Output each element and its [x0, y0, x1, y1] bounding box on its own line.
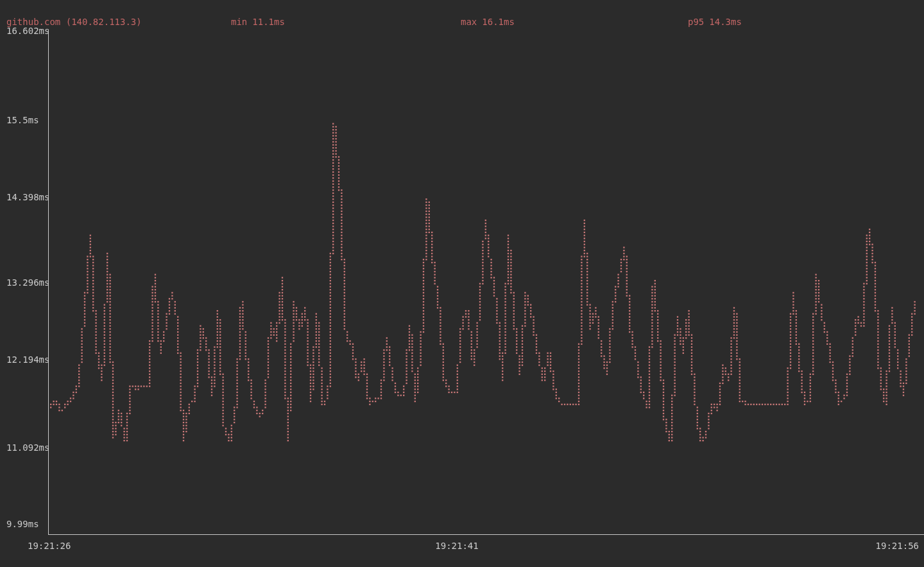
stat-min-value: 11.1ms [252, 17, 285, 27]
x-axis-line [48, 534, 924, 535]
y-tick-label: 12.194ms [6, 354, 49, 365]
y-tick-label: 16.602ms [6, 26, 49, 36]
y-tick-label: 14.398ms [6, 192, 49, 202]
stat-p95: p9514.3ms [688, 17, 742, 27]
x-tick-label: 19:21:56 [876, 541, 919, 551]
stat-max-label: max [461, 17, 477, 27]
stat-min-label: min [231, 17, 247, 27]
y-tick-label: 11.092ms [6, 442, 49, 453]
stat-p95-value: 14.3ms [709, 17, 742, 27]
stat-p95-label: p95 [688, 17, 704, 27]
x-tick-label: 19:21:41 [435, 541, 478, 551]
x-tick-label: 19:21:26 [28, 541, 71, 551]
y-axis-line [48, 30, 49, 534]
y-tick-label: 13.296ms [6, 277, 49, 288]
stat-max: max16.1ms [461, 17, 515, 27]
y-tick-label: 9.99ms [6, 519, 39, 529]
gping-terminal-window: github.com (140.82.113.3) min11.1ms max1… [0, 0, 924, 567]
stat-max-value: 16.1ms [482, 17, 515, 27]
stat-min: min11.1ms [231, 17, 285, 27]
y-tick-label: 15.5ms [6, 115, 39, 125]
latency-graph-canvas [0, 0, 924, 567]
